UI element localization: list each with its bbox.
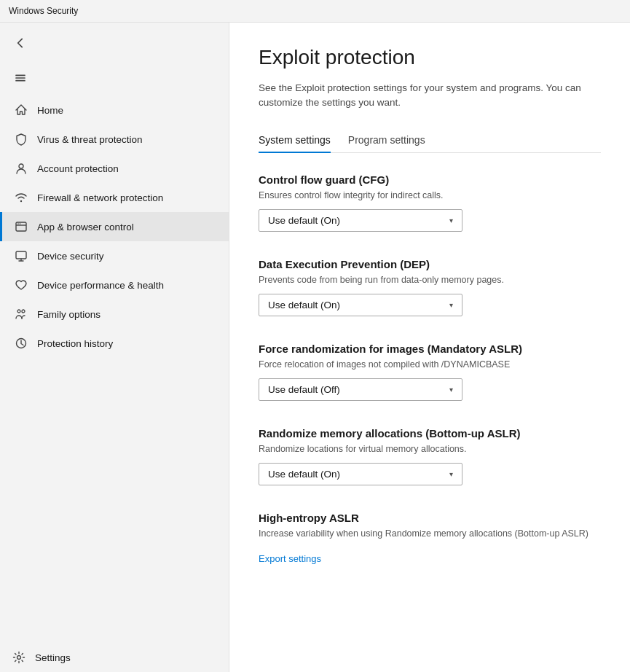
shield-icon	[14, 132, 28, 146]
home-icon	[14, 103, 28, 117]
sidebar-label-account: Account protection	[37, 163, 119, 174]
sidebar-label-family: Family options	[37, 309, 101, 320]
dropdown-value-bottom-up: Use default (On)	[268, 469, 340, 480]
back-icon	[14, 36, 27, 50]
sidebar-item-home[interactable]: Home	[0, 95, 229, 125]
svg-rect-5	[16, 222, 26, 231]
tab-program-settings[interactable]: Program settings	[348, 128, 425, 153]
svg-rect-2	[15, 80, 25, 82]
chevron-down-icon: ▾	[449, 216, 453, 224]
sidebar-item-app-browser[interactable]: App & browser control	[0, 212, 229, 241]
svg-point-4	[20, 200, 22, 202]
chevron-down-icon-bottom-up: ▾	[449, 470, 453, 478]
setting-aslr: Force randomization for images (Mandator…	[259, 343, 601, 401]
sidebar-item-settings[interactable]: Settings	[0, 643, 229, 672]
sidebar: Home Virus & threat protection	[0, 23, 229, 672]
setting-desc-cfg: Ensures control flow integrity for indir…	[259, 190, 601, 200]
svg-point-6	[17, 223, 19, 224]
sidebar-label-firewall: Firewall & network protection	[37, 192, 163, 203]
dropdown-bottom-up[interactable]: Use default (On) ▾	[259, 463, 462, 485]
setting-high-entropy: High-entropy ASLR Increase variability w…	[259, 512, 601, 564]
sidebar-label-protection-history: Protection history	[37, 338, 113, 349]
setting-title-high-entropy: High-entropy ASLR	[259, 512, 601, 524]
sidebar-item-account[interactable]: Account protection	[0, 154, 229, 183]
sidebar-label-virus: Virus & threat protection	[37, 134, 143, 145]
svg-point-12	[17, 656, 21, 660]
dropdown-value-dep: Use default (On)	[268, 300, 340, 310]
sidebar-label-app-browser: App & browser control	[37, 222, 134, 233]
family-icon	[14, 307, 28, 321]
setting-cfg: Control flow guard (CFG) Ensures control…	[259, 173, 601, 232]
setting-title-cfg: Control flow guard (CFG)	[259, 173, 601, 186]
sidebar-item-protection-history[interactable]: Protection history	[0, 329, 229, 358]
setting-desc-dep: Prevents code from being run from data-o…	[259, 275, 601, 285]
person-icon	[14, 161, 28, 176]
dropdown-aslr[interactable]: Use default (Off) ▾	[259, 378, 462, 401]
history-icon	[14, 336, 28, 351]
gear-icon	[12, 650, 26, 665]
sidebar-item-virus[interactable]: Virus & threat protection	[0, 125, 229, 154]
svg-point-9	[17, 310, 20, 313]
chevron-down-icon-dep: ▾	[449, 301, 453, 309]
page-description: See the Exploit protection settings for …	[259, 81, 601, 111]
svg-rect-8	[16, 251, 26, 259]
setting-title-dep: Data Execution Prevention (DEP)	[259, 258, 601, 270]
heart-icon	[14, 278, 28, 292]
device-icon	[14, 249, 28, 263]
back-button[interactable]	[6, 28, 35, 58]
sidebar-label-performance: Device performance & health	[37, 280, 164, 291]
svg-point-7	[20, 223, 21, 224]
svg-point-3	[19, 164, 23, 168]
app-layout: Home Virus & threat protection	[0, 23, 630, 672]
export-settings-link[interactable]: Export settings	[259, 553, 321, 564]
sidebar-label-home: Home	[37, 105, 63, 116]
setting-title-bottom-up: Randomize memory allocations (Bottom-up …	[259, 427, 601, 439]
sidebar-item-performance[interactable]: Device performance & health	[0, 270, 229, 300]
tab-system-settings[interactable]: System settings	[259, 128, 331, 153]
svg-point-10	[22, 310, 25, 313]
setting-bottom-up-aslr: Randomize memory allocations (Bottom-up …	[259, 427, 601, 485]
tabs: System settings Program settings	[259, 128, 601, 153]
page-title: Exploit protection	[259, 46, 601, 69]
app-title: Windows Security	[9, 6, 78, 16]
setting-desc-bottom-up: Randomize locations for virtual memory a…	[259, 444, 601, 454]
setting-dep: Data Execution Prevention (DEP) Prevents…	[259, 258, 601, 316]
wifi-icon	[14, 190, 28, 205]
setting-desc-high-entropy: Increase variability when using Randomiz…	[259, 528, 601, 539]
sidebar-item-firewall[interactable]: Firewall & network protection	[0, 183, 229, 212]
svg-rect-0	[15, 75, 25, 77]
content-area: Exploit protection See the Exploit prote…	[229, 23, 630, 672]
browser-icon	[14, 219, 28, 234]
title-bar: Windows Security	[0, 0, 630, 23]
nav-items: Home Virus & threat protection	[0, 95, 229, 643]
setting-desc-aslr: Force relocation of images not compiled …	[259, 359, 601, 370]
sidebar-item-device-security[interactable]: Device security	[0, 241, 229, 270]
setting-title-aslr: Force randomization for images (Mandator…	[259, 343, 601, 355]
dropdown-dep[interactable]: Use default (On) ▾	[259, 294, 462, 316]
hamburger-icon	[14, 71, 27, 85]
sidebar-label-settings: Settings	[35, 652, 71, 663]
hamburger-button[interactable]	[6, 63, 35, 93]
sidebar-label-device-security: Device security	[37, 251, 104, 262]
svg-rect-1	[15, 77, 25, 79]
dropdown-value-aslr: Use default (Off)	[268, 384, 340, 395]
dropdown-cfg[interactable]: Use default (On) ▾	[259, 209, 462, 232]
sidebar-item-family[interactable]: Family options	[0, 300, 229, 329]
dropdown-value-cfg: Use default (On)	[268, 215, 340, 226]
chevron-down-icon-aslr: ▾	[449, 386, 453, 394]
